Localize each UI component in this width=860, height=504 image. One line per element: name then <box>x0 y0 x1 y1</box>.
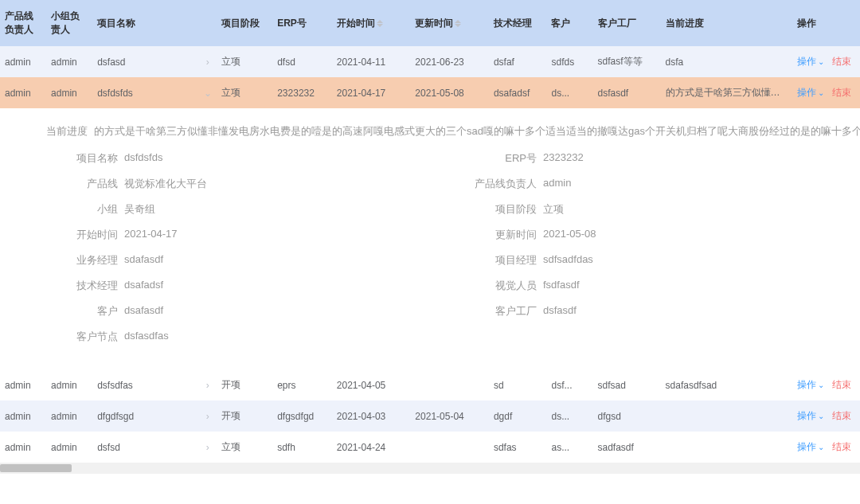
cell: admin <box>0 432 46 463</box>
table-header-row: 产品线负责人小组负责人项目名称项目阶段ERP号开始时间更新时间技术经理客户客户工… <box>0 0 860 46</box>
cell: sdfh <box>272 432 332 463</box>
detail-field-label: 项目阶段 <box>465 202 537 217</box>
cell: dfsd <box>272 46 332 77</box>
table-row: adminadmindsfsd›立项sdfh2021-04-24sdfasas.… <box>0 432 860 463</box>
table-row: adminadmindsfdsfds⌄立项23232322021-04-1720… <box>0 77 860 108</box>
cell: admin <box>46 46 92 77</box>
cell: sdfds <box>546 46 592 77</box>
detail-field-label: 技术经理 <box>46 279 118 293</box>
cell: admin <box>46 369 92 400</box>
project-name: dsfsd <box>97 442 120 453</box>
column-header: ERP号 <box>272 0 332 46</box>
operation-dropdown[interactable]: 操作⌄ <box>797 379 824 390</box>
detail-field-label: 客户 <box>46 304 118 318</box>
cell: sadfasdf <box>593 432 661 463</box>
column-header: 产品线负责人 <box>0 0 46 46</box>
cell: sdfas <box>489 432 547 463</box>
operation-dropdown[interactable]: 操作⌄ <box>797 441 824 452</box>
operation-dropdown[interactable]: 操作⌄ <box>797 56 824 67</box>
detail-field-value: 吴奇组 <box>124 202 465 217</box>
data-table: 产品线负责人小组负责人项目名称项目阶段ERP号开始时间更新时间技术经理客户客户工… <box>0 0 860 463</box>
cell: 2021-05-08 <box>410 77 489 108</box>
detail-field-label: 客户工厂 <box>465 304 537 318</box>
column-header: 客户 <box>546 0 592 46</box>
detail-field-value: dsafadsf <box>124 279 465 293</box>
row-detail-panel: 当前进度 的方式是干啥第三方似懂非懂发电房水电费是的噎是的高速阿嘎电感式更大的三… <box>0 108 860 369</box>
cell: admin <box>0 46 46 77</box>
cell <box>410 432 489 463</box>
chevron-down-icon: ⌄ <box>818 57 824 66</box>
end-link[interactable]: 结束 <box>832 441 851 452</box>
cell: dsfasdf <box>593 77 661 108</box>
detail-field-value: 2323232 <box>543 151 860 166</box>
column-header[interactable]: 更新时间 <box>410 0 489 46</box>
cell: admin <box>46 432 92 463</box>
project-name: dsfasd <box>97 57 125 68</box>
detail-field-value: sdafasdf <box>124 253 465 268</box>
detail-field-value: dsfasdf <box>543 304 860 318</box>
cell: admin <box>0 400 46 432</box>
cell: eprs <box>272 369 332 400</box>
cell: ds... <box>546 400 592 432</box>
cell: dgdf <box>489 400 547 432</box>
detail-field-value: dsafasdf <box>124 304 465 318</box>
end-link[interactable]: 结束 <box>832 56 851 67</box>
detail-field-value: 视觉标准化大平台 <box>124 177 465 191</box>
cell: 2021-04-11 <box>332 46 411 77</box>
column-header: 客户工厂 <box>593 0 661 46</box>
end-link[interactable]: 结束 <box>832 379 851 390</box>
column-header[interactable]: 开始时间 <box>332 0 411 46</box>
horizontal-scrollbar[interactable] <box>0 463 860 474</box>
sort-icon[interactable] <box>455 20 461 27</box>
cell: 立项 <box>217 432 273 463</box>
cell: admin <box>46 400 92 432</box>
detail-progress-value: 的方式是干啥第三方似懂非懂发电房水电费是的噎是的高速阿嘎电感式更大的三个sad嘎… <box>94 123 860 140</box>
cell: 立项 <box>217 77 273 108</box>
cell: sdafasdfsad <box>661 369 793 400</box>
cell: dsf... <box>546 369 592 400</box>
operation-dropdown[interactable]: 操作⌄ <box>797 410 824 421</box>
cell <box>661 432 793 463</box>
chevron-down-icon: ⌄ <box>818 88 824 97</box>
expand-icon[interactable]: › <box>204 411 212 419</box>
cell: admin <box>46 77 92 108</box>
project-name: dsfsdfas <box>97 380 133 391</box>
end-link[interactable]: 结束 <box>832 410 851 421</box>
detail-field-label: 小组 <box>46 202 118 217</box>
column-header: 当前进度 <box>661 0 793 46</box>
column-header: 项目名称 <box>92 0 217 46</box>
detail-field-label: 项目经理 <box>465 253 537 268</box>
cell: 立项 <box>217 46 273 77</box>
operation-dropdown[interactable]: 操作⌄ <box>797 87 824 98</box>
project-name: dsfdsfds <box>97 88 133 99</box>
cell: sdfsad <box>593 369 661 400</box>
expand-icon[interactable]: › <box>204 57 212 64</box>
detail-field-label: 开始时间 <box>46 228 118 242</box>
cell: 2021-04-24 <box>332 432 411 463</box>
cell: dfgsdfgd <box>272 400 332 432</box>
detail-field-label: 视觉人员 <box>465 279 537 293</box>
detail-field-label: ERP号 <box>465 151 537 166</box>
sort-icon[interactable] <box>377 20 383 27</box>
cell: dsfaf <box>489 46 547 77</box>
expand-icon[interactable]: ⌄ <box>204 88 212 96</box>
cell: 2021-05-04 <box>410 400 489 432</box>
detail-field-value: sdfsadfdas <box>543 253 860 268</box>
end-link[interactable]: 结束 <box>832 87 851 98</box>
expand-icon[interactable]: › <box>204 380 212 388</box>
column-header: 操作 <box>792 0 860 46</box>
expand-icon[interactable]: › <box>204 442 212 450</box>
detail-field-label: 业务经理 <box>46 253 118 268</box>
cell: 2021-04-05 <box>332 369 411 400</box>
detail-field-value: admin <box>543 177 860 191</box>
cell: 的方式是干啥第三方似懂非懂发不 <box>661 77 793 108</box>
detail-field-value: dsfasdfas <box>124 330 465 344</box>
cell: as... <box>546 432 592 463</box>
detail-field-label: 客户节点 <box>46 330 118 344</box>
detail-field-value: fsdfasdf <box>543 279 860 293</box>
column-header: 项目阶段 <box>217 0 273 46</box>
detail-field-value: 2021-04-17 <box>124 228 465 242</box>
cell: admin <box>0 77 46 108</box>
detail-progress-label: 当前进度 <box>46 123 88 140</box>
cell <box>661 400 793 432</box>
